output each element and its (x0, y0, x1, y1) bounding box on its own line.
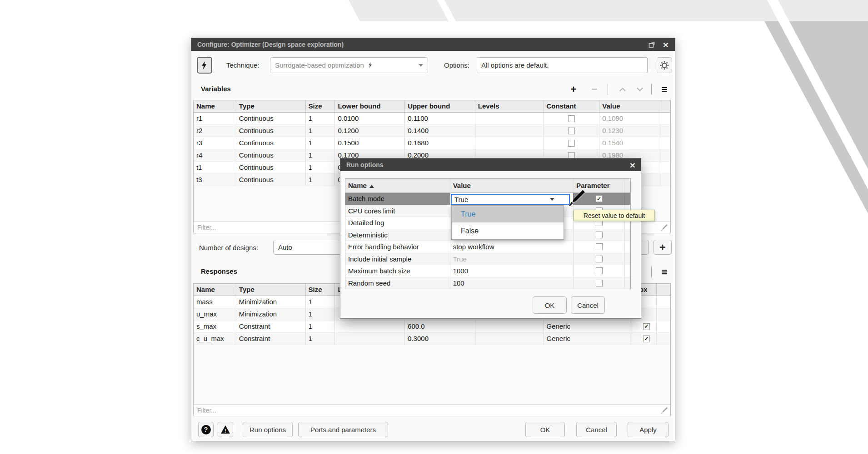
option-row[interactable]: Random seed 100 (345, 277, 630, 289)
apply-button[interactable]: Apply (628, 422, 668, 437)
options-settings-button[interactable] (657, 57, 672, 73)
technique-toggle-button[interactable] (197, 57, 212, 74)
run-options-button[interactable]: Run options (243, 422, 293, 437)
option-row[interactable]: Error handling behavior stop workflow (345, 241, 630, 253)
sort-ascending-icon (369, 185, 374, 188)
cancel-button[interactable]: Cancel (576, 422, 617, 437)
variables-menu-button[interactable] (658, 84, 671, 95)
option-name: Detailed log (345, 217, 450, 229)
column-header[interactable]: Value (599, 100, 661, 112)
column-header[interactable]: Name (194, 100, 236, 112)
column-header[interactable]: Upper bound (405, 100, 475, 112)
parameter-checkbox[interactable] (596, 243, 603, 250)
warnings-button[interactable]: ! (218, 422, 233, 437)
move-up-button[interactable] (616, 84, 629, 95)
chevron-down-icon (419, 64, 423, 67)
column-header[interactable]: Name (194, 284, 236, 296)
response-checkbox[interactable]: ✓ (643, 336, 650, 342)
cell-type: Minimization (236, 308, 306, 320)
value-dropdown-editor[interactable]: True (451, 194, 570, 205)
table-row[interactable]: s_max Constraint 1 600.0 Generic ✓ (194, 321, 670, 333)
window-title: Configure: Optimizer (Design space explo… (191, 41, 344, 48)
option-name: Random seed (345, 277, 450, 289)
remove-variable-button[interactable]: − (588, 84, 601, 95)
close-icon[interactable]: × (663, 40, 668, 49)
cell-levels (475, 113, 544, 124)
cell-levels (475, 125, 544, 137)
parameter-checkbox[interactable]: ✓ (596, 195, 603, 202)
dropdown-item-false[interactable]: False (452, 222, 564, 239)
column-header[interactable]: Constant (544, 100, 600, 112)
cell-size: 1 (306, 308, 335, 320)
table-row[interactable]: c_u_max Constraint 1 0.3000 Generic ✓ (194, 333, 670, 345)
option-name: Error handling behavior (345, 241, 450, 253)
cell-upper: 600.0 (405, 321, 475, 332)
cell-size: 1 (306, 137, 335, 149)
cell-constant (544, 137, 600, 149)
dialog-cancel-button[interactable]: Cancel (571, 296, 605, 314)
column-header[interactable]: Size (306, 284, 335, 296)
constant-checkbox[interactable] (568, 128, 575, 134)
toolbar-separator (651, 266, 652, 277)
constant-checkbox[interactable] (568, 140, 575, 147)
column-header[interactable]: Value (450, 179, 574, 192)
response-checkbox[interactable]: ✓ (643, 323, 650, 330)
cell-size: 1 (306, 174, 335, 186)
cell-type: Continuous (236, 125, 306, 137)
cell-name: s_max (194, 321, 236, 332)
cell-lower: 0.1500 (335, 137, 405, 149)
technique-select[interactable]: Surrogate-based optimization (270, 57, 428, 73)
options-input[interactable] (477, 57, 648, 73)
cell-name: r4 (194, 149, 236, 161)
run-options-titlebar[interactable]: Run options × (340, 158, 641, 171)
parameter-checkbox[interactable] (596, 280, 603, 286)
cell-hint: Generic (544, 333, 632, 345)
column-header[interactable]: Lower bound (335, 100, 405, 112)
responses-filter-input[interactable] (194, 405, 670, 416)
option-row[interactable]: Maximum batch size 1000 (345, 265, 630, 277)
toolbar-separator (608, 84, 608, 95)
cell-lower: 0.0100 (335, 113, 405, 124)
cell-type: Continuous (236, 174, 306, 186)
column-header[interactable]: Levels (475, 100, 544, 112)
option-row[interactable]: Include initial sample True (345, 253, 630, 266)
cell-size: 1 (306, 321, 335, 332)
dialog-ok-button[interactable]: OK (533, 296, 567, 314)
filter-brush-icon[interactable] (661, 407, 668, 414)
option-value: stop workflow (450, 241, 574, 253)
ports-and-parameters-button[interactable]: Ports and parameters (298, 422, 388, 437)
table-row[interactable]: r1 Continuous 1 0.0100 0.1100 0.1090 (194, 113, 670, 125)
filter-brush-icon[interactable] (661, 224, 668, 231)
column-header[interactable]: Name (345, 179, 450, 192)
column-header[interactable]: Type (236, 284, 306, 296)
parameter-checkbox[interactable] (596, 267, 603, 274)
help-button[interactable]: ? (198, 422, 214, 437)
chevron-down-icon (636, 86, 644, 93)
close-icon[interactable]: × (630, 160, 635, 170)
table-row[interactable]: r3 Continuous 1 0.1500 0.1680 0.1540 (194, 137, 670, 149)
technique-label: Technique: (226, 61, 259, 69)
lightning-icon (367, 62, 374, 69)
constant-checkbox[interactable] (568, 115, 575, 122)
column-header[interactable]: Type (236, 100, 306, 112)
cell-name: t3 (194, 174, 236, 186)
cell-upper: 0.1680 (405, 137, 475, 149)
chevron-down-icon (550, 198, 554, 201)
chevron-up-icon (619, 86, 627, 93)
parameter-checkbox[interactable] (596, 256, 603, 262)
reset-tooltip: Reset value to default (574, 210, 655, 221)
reset-cursor-icon (568, 189, 587, 206)
column-header[interactable]: Size (306, 100, 335, 112)
parameter-checkbox[interactable] (596, 232, 603, 238)
restore-icon[interactable] (648, 41, 656, 48)
cell-upper: 0.3000 (405, 333, 475, 345)
responses-menu-button[interactable] (658, 266, 671, 278)
dropdown-item-true[interactable]: True (452, 206, 564, 222)
add-variable-button[interactable]: + (567, 84, 580, 95)
table-row[interactable]: r2 Continuous 1 0.1200 0.1400 0.1230 (194, 125, 670, 137)
main-titlebar[interactable]: Configure: Optimizer (Design space explo… (191, 38, 675, 51)
add-designs-button[interactable]: + (653, 240, 672, 255)
move-down-button[interactable] (633, 84, 647, 95)
ok-button[interactable]: OK (525, 422, 565, 437)
cell-value: 0.1230 (599, 125, 661, 137)
